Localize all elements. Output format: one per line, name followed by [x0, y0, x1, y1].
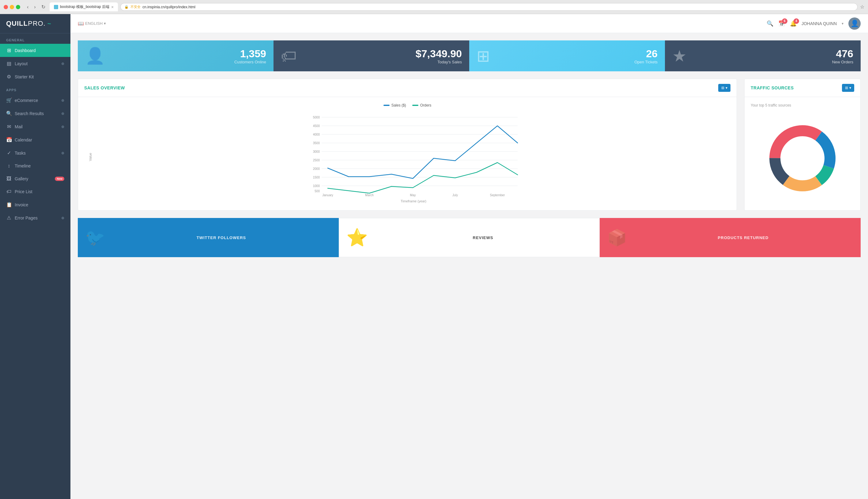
- sidebar-item-tasks[interactable]: ✓ Tasks ⊕: [0, 146, 70, 159]
- sidebar-item-invoice[interactable]: 📋 Invoice: [0, 198, 70, 211]
- stat-card-sales: 🏷 $7,349.90 Today's Sales: [274, 40, 469, 71]
- traffic-sources-menu-button[interactable]: ⊞ ▾: [842, 84, 854, 92]
- tab-close-button[interactable]: ×: [111, 4, 113, 10]
- bookmark-button[interactable]: ☆: [860, 4, 864, 10]
- charts-row: SALES OVERVIEW ⊞ ▾ Sales ($): [78, 79, 861, 211]
- sales-label: Today's Sales: [302, 60, 462, 64]
- sales-overview-menu-button[interactable]: ⊞ ▾: [718, 84, 731, 92]
- svg-text:July: July: [453, 194, 458, 197]
- reload-button[interactable]: ↻: [39, 3, 47, 10]
- tickets-label: Open Tickets: [495, 60, 658, 64]
- sidebar-item-dashboard[interactable]: ⊞ Dashboard: [0, 44, 70, 57]
- sales-chart-svg: 5000 4500 4000 3500 3000 2500 2000 1500 …: [96, 111, 731, 197]
- widget-twitter: 🐦 TWITTER FOLLOWERS: [78, 218, 339, 257]
- sales-info: $7,349.90 Today's Sales: [302, 48, 462, 64]
- sales-icon: 🏷: [281, 47, 297, 65]
- topbar-left: 📖 ENGLISH ▾: [78, 21, 106, 26]
- error-pages-icon: ⚠: [6, 215, 12, 221]
- grid2-icon: ⊞: [845, 86, 848, 90]
- ecommerce-arrow-icon: ⊕: [61, 98, 64, 102]
- url-secure-label: 不安全: [131, 4, 141, 9]
- sidebar-section-apps: APPS: [0, 83, 70, 94]
- returned-icon: 📦: [607, 228, 627, 247]
- sidebar-label-layout: Layout: [15, 61, 58, 66]
- customers-label: Customers Online: [110, 60, 266, 64]
- sidebar-item-mail[interactable]: ✉ Mail ⊕: [0, 120, 70, 133]
- sidebar-item-timeline[interactable]: ↕ Timeline: [0, 159, 70, 172]
- twitter-info: TWITTER FOLLOWERS: [111, 235, 331, 240]
- sidebar-apps-section: APPS 🛒 eCommerce ⊕ 🔍 Search Results ⊕ ✉ …: [0, 83, 70, 224]
- tasks-icon: ✓: [6, 150, 12, 156]
- logo-pro: PRO.: [28, 20, 46, 27]
- sidebar-label-invoice: Invoice: [15, 202, 64, 207]
- browser-tab[interactable]: bootstrap 模板_bootstrap 后端 ×: [50, 2, 118, 11]
- forward-button[interactable]: ›: [32, 3, 37, 10]
- orders-label: New Orders: [691, 60, 853, 64]
- traffic-sources-subtitle: Your top 5 traffic sources: [751, 103, 854, 108]
- globe-icon: 📖: [78, 21, 84, 26]
- svg-text:January: January: [322, 194, 333, 197]
- mail-arrow-icon: ⊕: [61, 125, 64, 129]
- language-selector[interactable]: 📖 ENGLISH ▾: [78, 21, 106, 26]
- sidebar-item-calendar[interactable]: 📅 Calendar: [0, 133, 70, 146]
- traffic-sources-body: Your top 5 traffic sources: [745, 97, 860, 210]
- chevron-down-icon: ▾: [726, 86, 727, 90]
- sidebar-label-calendar: Calendar: [15, 137, 64, 142]
- stat-card-orders: ★ 476 New Orders: [665, 40, 861, 71]
- customers-value: 1,359: [110, 48, 266, 60]
- widget-returned: 📦 PRODUCTS RETURNED: [600, 218, 861, 257]
- logo-main: QUILLPRO.: [6, 20, 46, 27]
- sidebar-item-price-list[interactable]: 🏷 Price List: [0, 185, 70, 198]
- stat-card-tickets: ⊞ 26 Open Tickets: [469, 40, 665, 71]
- notifications-button[interactable]: 🔔 4: [790, 20, 797, 27]
- search-button[interactable]: 🔍: [767, 20, 773, 27]
- dot-red[interactable]: [4, 5, 8, 9]
- layout-arrow-icon: ⊕: [61, 62, 64, 66]
- dot-yellow[interactable]: [10, 5, 14, 9]
- chevron2-down-icon: ▾: [849, 86, 851, 90]
- browser-actions: ☆: [860, 4, 864, 10]
- calendar-button[interactable]: 📅 6: [778, 20, 785, 27]
- logo: QUILLPRO. ~: [6, 20, 64, 27]
- returned-info: PRODUCTS RETURNED: [633, 235, 853, 240]
- sidebar-item-starter-kit[interactable]: ⚙ Starter Kit: [0, 70, 70, 83]
- customers-info: 1,359 Customers Online: [110, 48, 266, 64]
- sidebar: QUILLPRO. ~ GENERAL ⊞ Dashboard ▤ Layout…: [0, 14, 70, 499]
- sidebar-item-error-pages[interactable]: ⚠ Error Pages ⊕: [0, 211, 70, 224]
- sidebar-item-ecommerce[interactable]: 🛒 eCommerce ⊕: [0, 94, 70, 107]
- sidebar-label-price-list: Price List: [15, 189, 64, 194]
- search-icon: 🔍: [767, 21, 773, 27]
- topbar-right: 🔍 📅 6 🔔 4 JOHANNA QUINN ▾ 👤: [767, 17, 861, 30]
- user-name[interactable]: JOHANNA QUINN: [801, 21, 837, 26]
- back-button[interactable]: ‹: [25, 3, 30, 10]
- sales-overview-title: SALES OVERVIEW: [84, 85, 125, 90]
- twitter-title: TWITTER FOLLOWERS: [111, 235, 331, 240]
- tab-favicon: [54, 5, 58, 9]
- x-axis-label: Timeframe (year): [96, 199, 731, 203]
- widget-reviews: ⭐ REVIEWS: [339, 218, 600, 257]
- sales-overview-header: SALES OVERVIEW ⊞ ▾: [78, 79, 737, 97]
- customers-icon: 👤: [85, 47, 105, 65]
- svg-text:5000: 5000: [313, 116, 320, 119]
- language-chevron-icon: ▾: [104, 21, 106, 26]
- tickets-icon: ⊞: [477, 47, 490, 65]
- lock-icon: 🔒: [124, 5, 129, 9]
- user-avatar[interactable]: 👤: [848, 17, 861, 30]
- svg-text:1000: 1000: [313, 184, 320, 188]
- main-area: 📖 ENGLISH ▾ 🔍 📅 6 🔔 4 JOHANNA QUINN: [70, 14, 868, 499]
- sales-value: $7,349.90: [302, 48, 462, 60]
- reviews-info: REVIEWS: [374, 235, 592, 240]
- dashboard-icon: ⊞: [6, 47, 12, 53]
- donut-chart-svg: [763, 119, 842, 198]
- calendar-icon: 📅: [6, 137, 12, 143]
- sidebar-item-search-results[interactable]: 🔍 Search Results ⊕: [0, 107, 70, 120]
- sidebar-item-gallery[interactable]: 🖼 Gallery New: [0, 172, 70, 185]
- sidebar-item-layout[interactable]: ▤ Layout ⊕: [0, 57, 70, 70]
- twitter-icon: 🐦: [85, 228, 105, 247]
- timeline-icon: ↕: [6, 163, 12, 169]
- dot-green[interactable]: [16, 5, 20, 9]
- language-label: ENGLISH: [85, 21, 103, 26]
- address-bar[interactable]: 🔒 不安全 cn.inspinia.cn/quillpro/index.html: [120, 3, 858, 11]
- sidebar-general-section: GENERAL ⊞ Dashboard ▤ Layout ⊕ ⚙ Starter…: [0, 33, 70, 83]
- browser-dots: [4, 5, 20, 9]
